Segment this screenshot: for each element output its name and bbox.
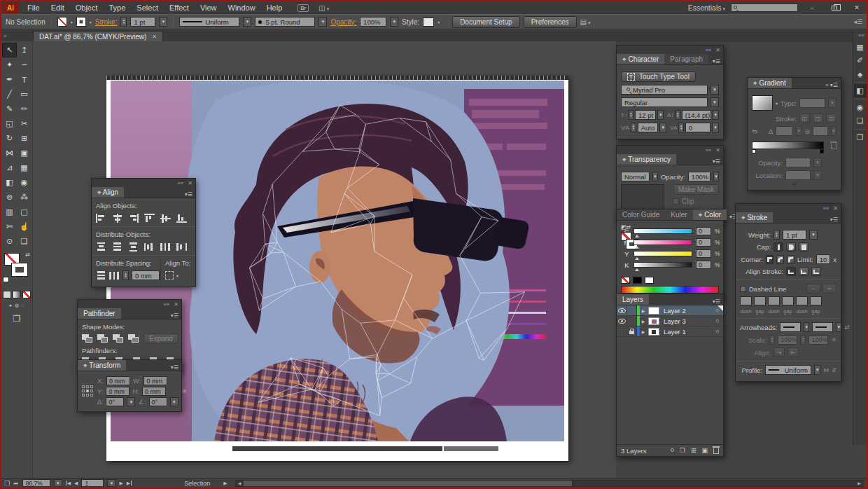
dashed-line-checkbox[interactable]	[740, 286, 746, 292]
menu-window[interactable]: Window	[223, 4, 261, 12]
isolate-icon[interactable]: ▤▾	[580, 18, 591, 26]
gradient-mode-button[interactable]	[13, 291, 21, 298]
rotate-field[interactable]: 0°	[106, 397, 124, 406]
target-circle-icon[interactable]: ○	[712, 317, 723, 324]
brush-definition-dropdown[interactable]: ▼	[318, 17, 327, 27]
m-channel-value[interactable]: 0	[696, 238, 711, 247]
scissors-tool[interactable]: ✂	[17, 116, 31, 131]
stroke-gradient-along-button[interactable]: ◫	[813, 113, 823, 123]
y-channel-value[interactable]: 0	[696, 249, 711, 258]
menu-object[interactable]: Object	[70, 4, 104, 12]
gradient-location-dropdown[interactable]: ▼	[813, 170, 822, 180]
aspect-ratio-field[interactable]	[813, 126, 827, 136]
font-family-dropdown[interactable]: ▼	[710, 85, 719, 95]
artboard-number-field[interactable]: 1	[81, 479, 104, 487]
restore-button[interactable]	[826, 3, 843, 13]
panel-collapse-icon[interactable]: ««	[822, 205, 829, 212]
panel-close-icon[interactable]: ✕	[715, 47, 720, 53]
transparency-opacity-field[interactable]: 100%	[688, 172, 710, 181]
expand-triangle-icon[interactable]: ▶	[640, 326, 647, 336]
profile-select[interactable]: Uniform	[765, 365, 811, 375]
arrow-align-tip-button[interactable]: ⇥	[774, 347, 785, 357]
horizontal-distribute-left-button[interactable]	[144, 242, 155, 252]
layer-thumbnail[interactable]	[648, 317, 659, 325]
lock-toggle[interactable]	[627, 305, 637, 315]
shear-dropdown[interactable]: ▼	[170, 397, 178, 406]
y-channel-slider[interactable]	[634, 251, 692, 256]
stroke-weight-stepper[interactable]: ▲▼	[120, 17, 127, 27]
w-field[interactable]: 0 mm	[144, 376, 167, 385]
zoom-level-field[interactable]: 86,7%	[22, 479, 50, 487]
eyedropper-tool[interactable]: ◉	[17, 175, 31, 190]
new-sublayer-icon[interactable]: ⊞	[691, 447, 696, 454]
delete-stop-icon[interactable]	[831, 144, 836, 149]
panel-close-icon[interactable]: ✕	[188, 180, 192, 186]
tab-color[interactable]: ⌖ Color	[693, 209, 727, 220]
font-size-field[interactable]: 12 pt	[635, 110, 656, 120]
m-channel-slider[interactable]	[634, 240, 692, 245]
panel-collapse-icon[interactable]: ««	[163, 301, 169, 308]
last-artboard-button[interactable]: ▶	[127, 481, 132, 486]
white-swatch[interactable]	[645, 277, 654, 284]
tab-kuler[interactable]: Kuler	[665, 209, 692, 220]
tab-paragraph[interactable]: Paragraph	[664, 54, 708, 64]
tab-layers[interactable]: Layers	[617, 294, 649, 305]
close-button[interactable]: ✕	[848, 3, 865, 13]
blend-tool[interactable]: ⊚	[2, 190, 17, 205]
lock-toggle[interactable]	[627, 326, 637, 336]
menu-select[interactable]: Select	[131, 4, 164, 12]
expand-triangle-icon[interactable]: ▶	[640, 305, 647, 315]
style-swatch[interactable]	[423, 18, 434, 27]
panel-close-icon[interactable]: ✕	[833, 205, 838, 212]
tracking-stepper[interactable]: ▲▼	[678, 123, 684, 132]
brushes-panel-icon[interactable]: ✐	[854, 54, 867, 67]
graphic-styles-panel-icon[interactable]: ❏	[854, 114, 867, 128]
kerning-dropdown[interactable]: ▼	[659, 123, 666, 132]
intersect-button[interactable]	[113, 334, 124, 343]
next-artboard-button[interactable]: ▶	[119, 481, 122, 486]
horizontal-align-right-button[interactable]	[128, 214, 139, 223]
variable-width-dropdown[interactable]: ▼	[243, 17, 251, 27]
dock-expand-icon[interactable]: ««	[858, 32, 867, 41]
menu-file[interactable]: File	[22, 4, 46, 12]
blend-mode-dropdown[interactable]: ▼	[652, 172, 658, 181]
align-to-dropdown[interactable]: ▾	[176, 273, 178, 278]
aspect-ratio-dropdown[interactable]: ▼	[831, 126, 836, 136]
black-swatch[interactable]	[633, 277, 642, 284]
layer-name[interactable]: Layer 1	[661, 328, 712, 336]
scrollbar-thumb[interactable]	[244, 481, 573, 486]
y-field[interactable]: 0 mm	[106, 387, 130, 396]
menu-help[interactable]: Help	[261, 4, 288, 12]
layer-row[interactable]: ▶Layer 2○	[617, 305, 723, 316]
panel-menu-icon[interactable]: ▾☰	[182, 191, 195, 198]
c-channel-value[interactable]: 0	[696, 227, 711, 235]
document-tab[interactable]: DAT.ai* @ 86,7% (CMYK/Preview) ✕	[33, 31, 163, 42]
gradient-type-dropdown[interactable]: ▼	[828, 98, 836, 108]
shear-field[interactable]: 0°	[149, 397, 167, 406]
dash-field-3[interactable]	[796, 296, 808, 305]
tab-transform[interactable]: ⌖ Transform	[78, 360, 126, 371]
panel-resize-grip[interactable]: ☰	[752, 183, 836, 186]
tab-color-guide[interactable]: Color Guide	[617, 209, 665, 220]
panel-menu-icon[interactable]: ▾☰	[710, 58, 723, 64]
horizontal-distribute-center-button[interactable]	[160, 242, 171, 252]
live-paint-bucket-tool[interactable]: ▣	[17, 146, 31, 160]
search-input[interactable]	[731, 4, 798, 12]
gradient-swatch[interactable]	[752, 95, 773, 111]
dash-field-1[interactable]	[740, 296, 752, 305]
lock-toggle[interactable]	[627, 316, 637, 326]
pathfinder-panel-icon[interactable]: ❐	[854, 131, 867, 144]
leading-field[interactable]: (14,4 pt)	[682, 110, 711, 120]
perspective-grid-tool[interactable]: ⊿	[2, 160, 17, 175]
layer-name[interactable]: Layer 2	[661, 307, 712, 315]
visibility-toggle[interactable]	[617, 326, 627, 336]
vertical-align-top-button[interactable]	[144, 214, 155, 223]
color-mode-button[interactable]	[3, 291, 11, 298]
profile-dropdown[interactable]: ▼	[814, 365, 820, 375]
reference-point-grid[interactable]	[82, 385, 94, 397]
arrow-align-end-button[interactable]: ⇤	[788, 347, 799, 357]
mesh-tool[interactable]: ▦	[17, 160, 31, 175]
reverse-gradient-icon[interactable]: ⇋	[752, 128, 766, 135]
zoom-tool[interactable]: ⊙	[2, 234, 17, 249]
bridge-button[interactable]: Br	[298, 4, 309, 12]
